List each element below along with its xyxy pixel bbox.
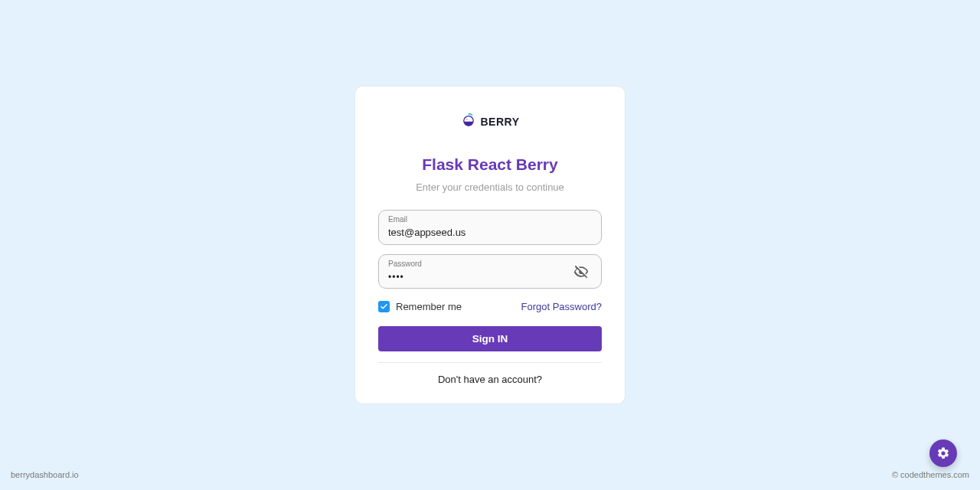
password-field-wrapper[interactable]: Password •••• <box>378 254 602 289</box>
gear-icon <box>936 446 950 460</box>
brand-logo: BERRY <box>461 113 520 131</box>
remember-label: Remember me <box>396 301 462 312</box>
email-label: Email <box>388 215 592 224</box>
password-label: Password <box>388 260 570 269</box>
footer-left-link[interactable]: berrydashboard.io <box>11 470 79 479</box>
sign-in-button[interactable]: Sign IN <box>378 326 602 351</box>
brand-name: BERRY <box>481 116 520 128</box>
page-title: Flask React Berry <box>422 155 557 174</box>
password-input[interactable]: •••• <box>388 272 404 283</box>
visibility-off-icon[interactable] <box>570 261 592 283</box>
settings-fab[interactable] <box>929 439 957 467</box>
footer-right-text: © codedthemes.com <box>892 470 969 479</box>
remember-checkbox[interactable] <box>378 301 390 312</box>
email-field-wrapper[interactable]: Email <box>378 210 602 245</box>
check-icon <box>380 302 388 311</box>
login-card: BERRY Flask React Berry Enter your crede… <box>354 86 626 405</box>
forgot-password-link[interactable]: Forgot Password? <box>521 301 603 312</box>
email-input[interactable] <box>388 226 592 240</box>
berry-icon <box>461 113 476 131</box>
divider <box>378 362 602 363</box>
remember-row: Remember me Forgot Password? <box>378 301 602 312</box>
signup-link[interactable]: Don't have an account? <box>438 374 542 385</box>
page-subtitle: Enter your credentials to continue <box>416 181 564 193</box>
svg-point-1 <box>466 119 467 120</box>
